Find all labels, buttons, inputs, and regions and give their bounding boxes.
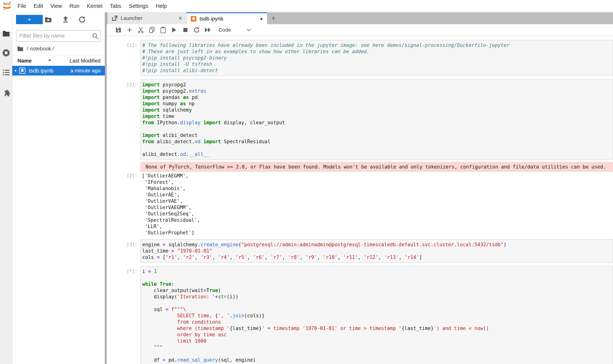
menu-item-run[interactable]: Run [66, 3, 83, 9]
execution-count: [2]: [107, 79, 140, 88]
cell-editor[interactable]: engine = sqlalchemy.create_engine("postg… [140, 239, 613, 263]
stderr-warning-output: None of PyTorch, TensorFlow >= 2.0, or F… [140, 162, 613, 172]
code-cell: [1]:# The following libraries have alrea… [107, 40, 613, 76]
tab-launcher[interactable]: Launcher × [108, 12, 187, 24]
restart-run-all-icon[interactable] [202, 25, 213, 35]
execute-result: ['OutlierAEGMM', 'IForest', 'Mahalanobis… [140, 173, 200, 236]
column-divider [54, 56, 54, 65]
notebook-toolbar: Code [107, 24, 613, 36]
output-prompt: [2]: [107, 173, 140, 179]
upload-icon[interactable] [62, 16, 69, 23]
cut-cells-icon[interactable] [135, 25, 146, 35]
new-folder-icon[interactable] [45, 16, 52, 23]
close-icon[interactable]: × [178, 14, 182, 22]
notebook-file-icon [19, 67, 26, 74]
code-cell: [3]:engine = sqlalchemy.create_engine("p… [107, 239, 613, 263]
filter-box [16, 30, 100, 42]
tab-notebook[interactable]: tsdb.ipynb ● [187, 12, 267, 24]
dock-tab-bar: Launcher × tsdb.ipynb ● + [107, 12, 613, 24]
run-cell-icon[interactable] [169, 25, 180, 35]
file-browser-panel: + / notebook / Name Last Modified • tsdb… [12, 12, 105, 364]
code-cell: [2]:import psycopg2import psycopg2.extra… [107, 79, 613, 236]
folder-icon[interactable] [2, 30, 10, 37]
breadcrumb[interactable]: / notebook / [17, 46, 54, 52]
sidebar-tab-strip [0, 12, 12, 364]
new-launcher-button[interactable]: + [16, 15, 43, 24]
jupyter-logo-icon [3, 1, 11, 11]
main-dock-panel: Launcher × tsdb.ipynb ● + [107, 12, 613, 364]
notebook-scroll-area[interactable]: [1]:# The following libraries have alrea… [107, 36, 613, 364]
cell-type-value: Code [218, 27, 231, 33]
puzzle-icon[interactable] [2, 89, 10, 97]
copy-cells-icon[interactable] [146, 25, 158, 35]
cell-editor[interactable]: i = 1while True: clear_output(wait=True)… [140, 266, 613, 364]
paste-cells-icon[interactable] [158, 25, 169, 35]
menu-item-kernel[interactable]: Kernel [83, 3, 106, 9]
cell-editor[interactable]: # The following libraries have already b… [140, 40, 613, 76]
execution-count: [3]: [107, 239, 140, 248]
menu-item-tabs[interactable]: Tabs [106, 3, 125, 9]
tab-label: tsdb.ipynb [200, 16, 223, 22]
new-tab-button[interactable]: + [267, 12, 280, 24]
list-icon[interactable] [2, 69, 10, 76]
insert-cell-icon[interactable] [124, 25, 135, 35]
sort-asc-icon[interactable] [48, 59, 51, 61]
file-modified: a minute ago [70, 68, 100, 74]
save-button[interactable] [113, 25, 124, 35]
menu-item-help[interactable]: Help [152, 3, 171, 9]
menu-item-view[interactable]: View [47, 3, 66, 9]
home-folder-icon[interactable] [17, 46, 24, 52]
chevron-down-icon [231, 29, 251, 31]
stop-circle-icon[interactable] [2, 49, 10, 57]
refresh-icon[interactable] [79, 16, 86, 23]
file-name: tsdb.ipynb [29, 68, 54, 74]
filter-files-input[interactable] [16, 30, 87, 41]
menu-item-file[interactable]: File [14, 3, 30, 9]
panel-splitter[interactable] [105, 12, 107, 364]
tab-label: Launcher [121, 15, 142, 21]
unsaved-dot-icon: ● [260, 16, 263, 22]
interrupt-kernel-icon[interactable] [180, 25, 191, 35]
dirty-bullet: • [14, 67, 16, 74]
search-icon [92, 33, 99, 39]
file-row[interactable]: • tsdb.ipynb a minute ago [12, 66, 105, 76]
breadcrumb-path: / notebook / [27, 46, 54, 52]
cell-type-select[interactable]: Code [218, 27, 251, 33]
menu-items: FileEditViewRunKernelTabsSettingsHelp [14, 3, 171, 9]
execution-count: [1]: [107, 40, 140, 48]
column-name[interactable]: Name [17, 58, 32, 64]
execution-count: [*]: [107, 266, 140, 274]
menu-item-edit[interactable]: Edit [30, 3, 47, 9]
notebook-icon [191, 16, 197, 22]
launcher-icon [112, 15, 118, 21]
file-list-header: Name Last Modified [12, 55, 105, 66]
code-cell: [*]:i = 1while True: clear_output(wait=T… [107, 266, 613, 364]
menu-item-settings[interactable]: Settings [125, 3, 152, 9]
sidebar-active-tab-bg [0, 12, 12, 32]
restart-kernel-icon[interactable] [191, 25, 202, 35]
cell-editor[interactable]: import psycopg2import psycopg2.extrasimp… [140, 79, 613, 160]
column-last-modified[interactable]: Last Modified [69, 58, 100, 64]
menu-bar: FileEditViewRunKernelTabsSettingsHelp [0, 0, 613, 12]
